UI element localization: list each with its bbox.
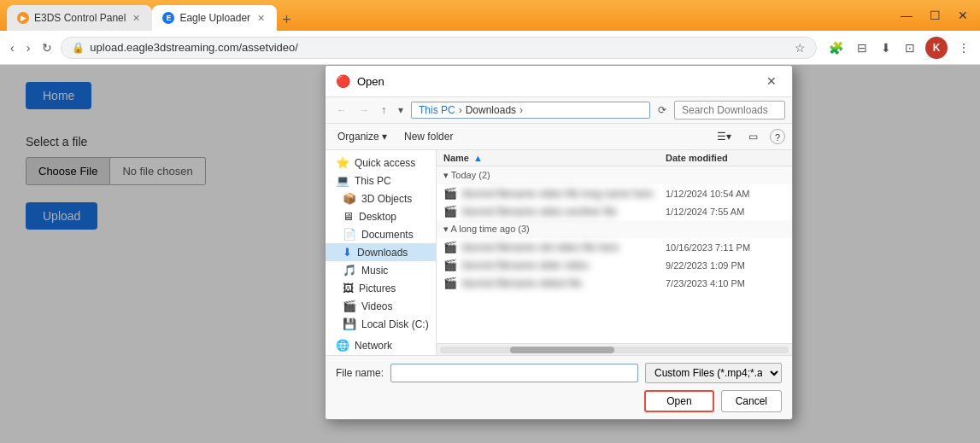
nav-this-pc-label: This PC xyxy=(355,175,391,187)
file-group-longago: ▾ A long time ago (3) xyxy=(437,220,792,238)
dialog-back-button[interactable]: ← xyxy=(332,102,351,119)
dialog-title-icon: 🔴 xyxy=(336,74,350,88)
file-list-body: ▾ Today (2) 🎬 blurred filename video fil… xyxy=(437,166,792,343)
forward-button[interactable]: › xyxy=(23,38,34,58)
dialog-forward-button[interactable]: → xyxy=(355,102,373,119)
user-menu-icon[interactable]: ⊟ xyxy=(854,38,871,58)
view-preview-button[interactable]: ▭ xyxy=(743,127,763,146)
dialog-title-text: Open xyxy=(357,75,754,88)
tab-e3ds-favicon: ▶ xyxy=(17,12,29,24)
tab-eagle-close[interactable]: ✕ xyxy=(255,13,267,24)
maximize-button[interactable]: ☐ xyxy=(924,7,946,24)
tab-eagle[interactable]: E Eagle Uploader ✕ xyxy=(152,5,277,31)
dialog-open-button[interactable]: Open xyxy=(644,390,713,412)
window-close-button[interactable]: ✕ xyxy=(953,7,973,24)
file-name-5: blurred filename oldest file xyxy=(462,277,660,289)
back-button[interactable]: ‹ xyxy=(7,38,18,58)
address-bar: ‹ › ↻ 🔒 ☆ 🧩 ⊟ ⬇ ⊡ K ⋮ xyxy=(0,31,980,65)
file-row-1[interactable]: 🎬 blurred filename video file long name … xyxy=(437,184,792,202)
breadcrumb-downloads[interactable]: Downloads xyxy=(466,104,516,116)
nav-local-disk[interactable]: 💾 Local Disk (C:) xyxy=(326,315,436,333)
dialog-history-button[interactable]: ▾ xyxy=(394,102,408,119)
dialog-search-input[interactable] xyxy=(674,101,785,119)
nav-documents-label: Documents xyxy=(361,229,414,241)
music-icon: 🎵 xyxy=(343,264,356,277)
nav-desktop[interactable]: 🖥 Desktop xyxy=(326,207,436,225)
nav-desktop-label: Desktop xyxy=(359,211,396,223)
file-row-3[interactable]: 🎬 blurred filename old video file here 1… xyxy=(437,238,792,256)
minimize-button[interactable]: — xyxy=(895,7,918,24)
nav-documents[interactable]: 📄 Documents xyxy=(326,225,436,243)
file-row-5[interactable]: 🎬 blurred filename oldest file 7/23/2023… xyxy=(437,274,792,292)
filetype-select[interactable]: Custom Files (*.mp4;*.avi;*.mov) All Fil… xyxy=(645,363,782,383)
nav-videos[interactable]: 🎬 Videos xyxy=(326,297,436,315)
dialog-titlebar: 🔴 Open ✕ xyxy=(326,66,792,97)
organize-button[interactable]: Organize ▾ xyxy=(332,128,392,145)
network-icon: 🌐 xyxy=(336,339,349,352)
file-date-3: 10/16/2023 7:11 PM xyxy=(666,242,785,253)
breadcrumb-thispc[interactable]: This PC xyxy=(419,104,455,116)
col-name-header[interactable]: Name ▲ xyxy=(443,153,666,163)
nav-downloads-label: Downloads xyxy=(357,247,408,259)
tab-e3ds[interactable]: ▶ E3DS Control Panel ✕ xyxy=(7,5,152,31)
profile-button[interactable]: K xyxy=(925,37,948,59)
file-icon-2: 🎬 xyxy=(443,205,457,218)
extensions-icon[interactable]: 🧩 xyxy=(825,38,847,58)
nav-network[interactable]: 🌐 Network xyxy=(326,336,436,354)
dialog-body: ⭐ Quick access 💻 This PC 📦 3D Objects xyxy=(326,150,792,355)
nav-downloads[interactable]: ⬇ Downloads xyxy=(326,243,436,261)
hscroll-thumb[interactable] xyxy=(510,347,614,353)
view-list-button[interactable]: ☰▾ xyxy=(712,127,736,146)
nav-this-pc[interactable]: 💻 This PC xyxy=(326,172,436,189)
this-pc-icon: 💻 xyxy=(336,174,349,187)
address-bar-wrap: 🔒 ☆ xyxy=(61,37,817,59)
new-tab-button[interactable]: + xyxy=(277,11,296,29)
file-row-4[interactable]: 🎬 blurred filename older video 9/22/2023… xyxy=(437,256,792,274)
tab-e3ds-close[interactable]: ✕ xyxy=(131,13,142,24)
new-folder-button[interactable]: New folder xyxy=(399,128,458,145)
breadcrumb-sep-2: › xyxy=(519,104,523,116)
more-menu-icon[interactable]: ⋮ xyxy=(954,38,973,58)
pictures-icon: 🖼 xyxy=(343,282,354,294)
nav-quick-access[interactable]: ⭐ Quick access xyxy=(326,154,436,172)
filename-row: File name: Custom Files (*.mp4;*.avi;*.m… xyxy=(336,363,782,383)
nav-3d-objects[interactable]: 📦 3D Objects xyxy=(326,189,436,207)
file-row-2[interactable]: 🎬 blurred filename video another file 1/… xyxy=(437,202,792,220)
desktop-icon: 🖥 xyxy=(343,210,354,223)
videos-icon: 🎬 xyxy=(343,300,356,312)
quick-access-icon: ⭐ xyxy=(336,156,349,169)
dialog-overlay: 🔴 Open ✕ ← → ↑ ▾ This PC › Downloads › xyxy=(0,65,980,443)
tab-strip: ▶ E3DS Control Panel ✕ E Eagle Uploader … xyxy=(7,0,885,31)
download-icon[interactable]: ⬇ xyxy=(877,38,895,58)
tab-eagle-favicon: E xyxy=(162,12,174,24)
dialog-footer: File name: Custom Files (*.mp4;*.avi;*.m… xyxy=(326,355,792,419)
dialog-refresh-button[interactable]: ⟳ xyxy=(654,102,671,119)
hscroll-track[interactable] xyxy=(440,347,789,353)
file-list-area: Name ▲ Date modified ▾ Today (2) 🎬 blurr… xyxy=(437,150,792,355)
breadcrumb-bar: This PC › Downloads › xyxy=(411,102,650,119)
title-bar: ▶ E3DS Control Panel ✕ E Eagle Uploader … xyxy=(0,0,980,31)
file-icon-3: 🎬 xyxy=(443,241,457,254)
nav-quick-access-label: Quick access xyxy=(355,157,415,169)
tab-eagle-label: Eagle Uploader xyxy=(179,12,250,24)
dialog-up-button[interactable]: ↑ xyxy=(377,102,390,119)
file-date-2: 1/12/2024 7:55 AM xyxy=(666,207,785,217)
file-date-1: 1/12/2024 10:54 AM xyxy=(666,189,785,199)
dialog-cancel-button[interactable]: Cancel xyxy=(721,390,782,412)
refresh-button[interactable]: ↻ xyxy=(38,38,56,58)
nav-pictures[interactable]: 🖼 Pictures xyxy=(326,279,436,297)
file-name-2: blurred filename video another file xyxy=(462,206,660,218)
nav-3d-objects-label: 3D Objects xyxy=(361,193,412,205)
file-name-3: blurred filename old video file here xyxy=(462,242,660,254)
col-date-header[interactable]: Date modified xyxy=(666,153,785,163)
address-input[interactable] xyxy=(90,41,789,54)
lock-icon: 🔒 xyxy=(72,42,85,54)
split-screen-icon[interactable]: ⊡ xyxy=(901,38,918,58)
star-icon[interactable]: ☆ xyxy=(795,41,806,55)
help-button[interactable]: ? xyxy=(770,129,785,144)
nav-music[interactable]: 🎵 Music xyxy=(326,261,436,279)
dialog-close-button[interactable]: ✕ xyxy=(761,73,782,90)
address-bar-actions: 🧩 ⊟ ⬇ ⊡ K ⋮ xyxy=(825,37,973,59)
filename-input[interactable] xyxy=(390,364,638,382)
breadcrumb-sep-1: › xyxy=(459,104,462,116)
